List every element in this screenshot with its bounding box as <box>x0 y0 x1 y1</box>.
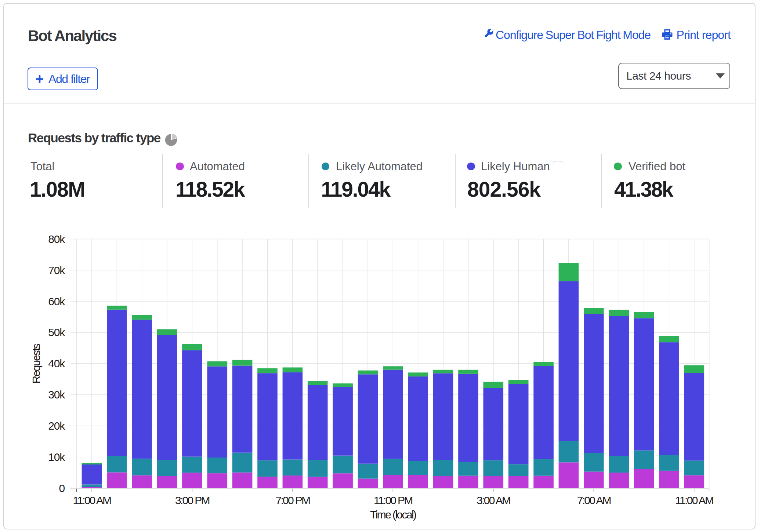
svg-text:11:00 PM: 11:00 PM <box>374 494 412 506</box>
svg-text:11:00 AM: 11:00 AM <box>675 494 713 506</box>
svg-text:40k: 40k <box>48 357 65 369</box>
svg-text:0: 0 <box>59 482 65 494</box>
svg-text:3:00 PM: 3:00 PM <box>175 494 210 506</box>
svg-text:Requests: Requests <box>30 344 42 383</box>
svg-text:20k: 20k <box>48 420 65 432</box>
svg-text:7:00 AM: 7:00 AM <box>577 494 611 506</box>
svg-text:30k: 30k <box>48 389 65 401</box>
svg-text:3:00 AM: 3:00 AM <box>477 494 510 506</box>
svg-text:70k: 70k <box>48 264 65 276</box>
svg-text:60k: 60k <box>48 295 65 307</box>
svg-text:80k: 80k <box>48 233 65 245</box>
svg-text:11:00 AM: 11:00 AM <box>73 494 111 506</box>
svg-text:7:00 PM: 7:00 PM <box>275 494 310 506</box>
svg-text:Time (local): Time (local) <box>370 509 416 521</box>
svg-text:50k: 50k <box>48 326 65 338</box>
svg-text:10k: 10k <box>48 451 65 463</box>
